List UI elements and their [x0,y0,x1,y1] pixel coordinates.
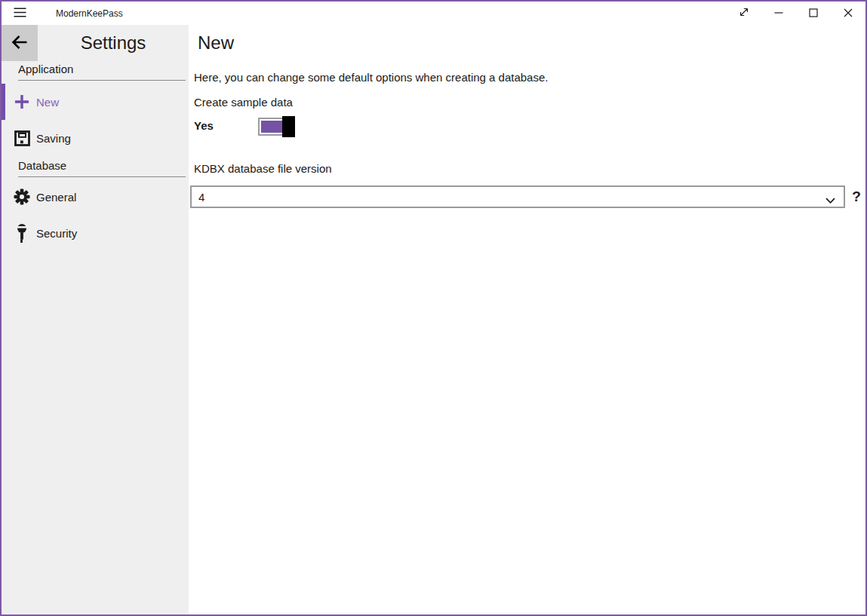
sidebar-item-label: New [36,96,59,109]
toggle-thumb[interactable] [282,116,295,137]
app-title: ModernKeePass [56,8,123,19]
sidebar-item-label: Saving [36,132,71,145]
minimize-button[interactable] [761,2,796,25]
caption-buttons [727,2,865,25]
sidebar-item-security[interactable]: Security [2,215,189,251]
save-icon [12,130,32,146]
hamburger-menu-button[interactable] [2,2,38,25]
maximize-button[interactable] [796,2,831,25]
page-description: Here, you can change some default option… [194,71,548,84]
close-icon [844,7,853,20]
hamburger-icon [14,7,26,20]
back-arrow-icon [10,32,29,54]
maximize-icon [809,7,818,20]
page-title: New [198,32,234,54]
create-sample-data-label: Create sample data [194,96,293,109]
app-window: ModernKeePass [0,0,867,616]
minimize-icon [774,7,783,20]
section-header-database: Database [18,159,186,177]
settings-sidebar: Settings Application New Saving [2,25,189,614]
gear-icon [12,188,32,205]
toggle-state-label: Yes [194,119,214,132]
fullscreen-icon [738,6,750,21]
plus-icon [12,93,32,110]
key-icon [12,223,32,244]
kdbx-version-dropdown[interactable]: 4 [190,185,845,208]
main-panel: New Here, you can change some default op… [189,25,865,614]
back-button[interactable] [2,25,38,61]
window-body: Settings Application New Saving [2,25,865,614]
kdbx-help-button[interactable]: ? [848,185,865,208]
titlebar: ModernKeePass [2,2,865,25]
sidebar-item-saving[interactable]: Saving [2,120,189,156]
sidebar-item-general[interactable]: General [2,179,189,215]
selected-accent-bar [2,84,5,120]
sidebar-item-label: Security [36,227,77,240]
settings-title: Settings [38,25,189,61]
section-header-application: Application [18,63,186,81]
close-button[interactable] [831,2,865,25]
kdbx-version-label: KDBX database file version [194,162,332,175]
chevron-down-icon [825,194,835,207]
dropdown-selected-value: 4 [198,191,204,204]
fullscreen-button[interactable] [727,2,761,25]
create-sample-data-toggle[interactable] [258,116,295,137]
sidebar-item-label: General [36,191,76,204]
sidebar-item-new[interactable]: New [2,84,189,120]
